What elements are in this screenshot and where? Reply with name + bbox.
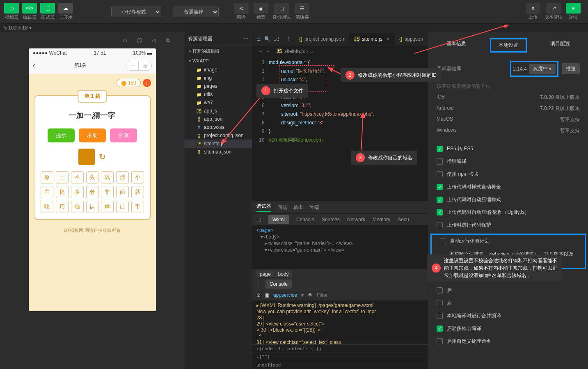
char-cell[interactable]: 王 (56, 171, 69, 183)
project-section[interactable]: WXAPP (185, 56, 252, 66)
file-item[interactable]: #app.wxss (185, 123, 252, 131)
help-button[interactable]: 求助 (79, 128, 106, 142)
capsule-menu[interactable]: ⋯ (126, 61, 139, 71)
split-icon[interactable]: ⫿ (284, 36, 294, 42)
sim-mute-icon[interactable]: ◁ (150, 36, 158, 44)
sim-detach-icon[interactable]: ⧉ (164, 36, 172, 44)
inspect-icon[interactable]: ⬚ (256, 217, 261, 222)
list-icon[interactable]: ☰ (256, 36, 261, 42)
preview-icon[interactable]: ◉ (254, 3, 268, 14)
checkbox[interactable]: ✓ (437, 209, 443, 215)
details-icon[interactable]: ≡ (566, 3, 581, 14)
char-cell[interactable]: 晚 (71, 201, 84, 213)
version-icon[interactable]: ⎇ (546, 3, 561, 14)
capsule-close[interactable]: ◉ (139, 61, 152, 71)
compile-select[interactable]: 普通编译 (174, 7, 219, 17)
tab-project-config[interactable]: 项目配置 (546, 38, 574, 53)
dbg-tab-terminal[interactable]: 终端 (309, 204, 319, 211)
file-item[interactable]: {}app.json (185, 115, 252, 123)
char-cell[interactable]: 主 (41, 186, 53, 198)
eye-icon[interactable]: 👁 (308, 292, 313, 298)
dbg-tab-debugger[interactable]: 调试器 (256, 203, 271, 212)
checkbox[interactable] (437, 158, 443, 165)
file-item[interactable]: {}project.config.json (185, 131, 252, 140)
char-cell[interactable]: 用 (56, 201, 69, 213)
open-editors-section[interactable]: 打开的编辑器 (185, 46, 252, 56)
checkbox[interactable] (437, 313, 443, 319)
checkbox[interactable]: ✓ (437, 325, 443, 332)
dbg-tab-output[interactable]: 输出 (293, 204, 303, 211)
char-cell[interactable]: 非 (101, 186, 114, 198)
cloud-button[interactable]: ☁ (58, 3, 73, 14)
hint-button[interactable]: 提示 (48, 128, 75, 142)
char-cell[interactable]: 吃 (41, 201, 53, 213)
char-cell[interactable]: 多 (71, 186, 84, 198)
explorer-more-icon[interactable]: ⋯ (244, 35, 249, 42)
wxml-tree[interactable]: <page> ▾<body> ▸<view class="game_harder… (252, 225, 428, 269)
compile-icon[interactable]: ⟲ (234, 3, 249, 14)
context-icon[interactable]: ▣ (265, 292, 269, 298)
devtab-memory[interactable]: Memory (373, 217, 390, 222)
editor-tab[interactable]: {}project.config.json (294, 33, 349, 45)
checkbox[interactable] (437, 287, 443, 293)
checkbox[interactable] (437, 300, 443, 306)
checkbox[interactable] (440, 238, 446, 244)
checkbox[interactable] (437, 222, 443, 228)
answer-slot[interactable] (78, 149, 95, 165)
file-item[interactable]: 📁we7 (185, 99, 252, 107)
devtab-console[interactable]: Console (296, 217, 314, 222)
devtab-network[interactable]: Network (347, 217, 365, 222)
char-cell[interactable]: 战 (101, 171, 114, 183)
file-item[interactable]: {}sitemap.json (185, 148, 252, 156)
char-cell[interactable]: 小 (131, 171, 144, 183)
char-cell[interactable]: 面 (116, 186, 129, 198)
filter-input[interactable] (317, 292, 378, 298)
file-item[interactable]: 📁img (185, 74, 252, 82)
branch-icon[interactable]: ⎇ (274, 36, 279, 42)
refresh-icon[interactable]: ↻ (99, 152, 106, 162)
char-cell[interactable]: 原 (41, 171, 53, 183)
coin-badge[interactable]: ⬤150 (117, 79, 141, 87)
debugger-button[interactable]: ⬚ (40, 3, 55, 14)
simulator-button[interactable]: ▭ (4, 3, 19, 14)
clear-cache-icon[interactable]: ☰ (295, 3, 309, 14)
dbg-tab-problems[interactable]: 问题 (277, 204, 287, 211)
add-coins-button[interactable]: + (143, 79, 151, 87)
checkbox[interactable] (437, 171, 443, 177)
editor-tab[interactable]: JSsiteinfo.js× (349, 33, 394, 45)
element-path[interactable]: pagebody (252, 269, 428, 278)
editor-tab[interactable]: {}app.json (394, 33, 428, 45)
char-cell[interactable]: 手 (131, 201, 144, 213)
char-cell[interactable]: 口 (116, 201, 129, 213)
remote-debug-icon[interactable]: ⬚ (274, 3, 289, 14)
search-icon[interactable]: 🔍 (264, 36, 270, 42)
char-cell[interactable]: 老 (86, 186, 99, 198)
sim-device-icon[interactable]: ▭ (121, 36, 129, 44)
breadcrumb[interactable]: ← → JS siteinfo.js › ... (252, 46, 428, 56)
console-tab[interactable]: Console (265, 280, 292, 289)
console-log[interactable]: ▸ [WXML Runtime warning] ./pages/game/ga… (252, 300, 428, 345)
console-drawer-icon[interactable]: ⋮ (256, 281, 261, 287)
upload-icon[interactable]: ⬆ (526, 3, 540, 14)
tab-basic-info[interactable]: 基本信息 (442, 38, 470, 53)
devtab-sources[interactable]: Sources (322, 217, 340, 222)
push-button[interactable]: 推送 (562, 63, 580, 74)
checkbox[interactable] (437, 338, 443, 344)
share-button[interactable]: 分享 (110, 128, 137, 142)
char-cell[interactable]: 不 (71, 171, 84, 183)
file-item[interactable]: 📁image (185, 66, 252, 74)
char-cell[interactable]: 提 (56, 186, 69, 198)
devtab-wxml[interactable]: Wxml (268, 215, 289, 224)
editor-button[interactable]: </> (22, 3, 37, 14)
file-item[interactable]: JSapp.js (185, 107, 252, 115)
file-item[interactable]: JSsiteinfo.js (185, 140, 252, 148)
char-cell[interactable]: 认 (86, 201, 99, 213)
checkbox[interactable]: ✓ (437, 146, 443, 152)
version-select[interactable]: 灰度中 ▾ (529, 64, 556, 74)
nav-fwd-icon[interactable]: → (265, 48, 270, 54)
nav-back-icon[interactable]: ← (259, 48, 263, 54)
char-cell[interactable]: 就 (131, 186, 144, 198)
mode-select[interactable]: 小程序模式 (111, 7, 161, 17)
tab-local-settings[interactable]: 本地设置 (490, 38, 527, 53)
char-cell[interactable]: 样 (101, 201, 114, 213)
